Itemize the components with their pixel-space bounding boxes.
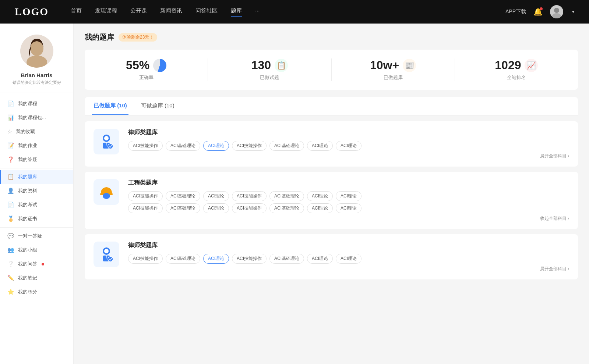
stats-row: 55% 正确率 130 📋 已做试题 10w+ 📰 — [85, 50, 578, 90]
expand-link-2[interactable]: 收起全部科目 › — [128, 215, 569, 222]
nav-qa[interactable]: 问答社区 — [195, 7, 218, 17]
tag-2-r2-4[interactable]: ACI基础理论 — [269, 203, 304, 213]
main-content: 我的题库 体验剩余23天！ 55% 正确率 130 📋 — [74, 24, 589, 364]
tag-1-2[interactable]: ACI理论 — [203, 141, 229, 151]
user-motto: 错误的决定比没有决定要好 — [7, 80, 66, 85]
expand-link-1[interactable]: 展开全部科目 › — [128, 153, 569, 159]
sidebar: Brian Harris 错误的决定比没有决定要好 📄 我的课程 📊 我的课程包… — [0, 24, 74, 364]
sidebar-item-cert[interactable]: 🏅 我的证书 — [0, 212, 73, 226]
tag-2-2[interactable]: ACI理论 — [203, 191, 229, 201]
tag-2-0[interactable]: ACI技能操作 — [128, 191, 163, 201]
qbank-body-2: 工程类题库 ACI技能操作 ACI基础理论 ACI理论 ACI技能操作 ACI基… — [128, 179, 569, 222]
tag-1-5[interactable]: ACI理论 — [307, 141, 333, 151]
nav-open-course[interactable]: 公开课 — [130, 7, 147, 17]
tab-available[interactable]: 可做题库 (10) — [140, 97, 176, 115]
qbank-body-3: 律师类题库 ACI技能操作 ACI基础理论 ACI理论 ACI技能操作 ACI基… — [128, 242, 569, 272]
tag-1-6[interactable]: ACI理论 — [336, 141, 361, 151]
qbank-icon-engineer — [94, 179, 119, 205]
tag-2-4[interactable]: ACI基础理论 — [269, 191, 304, 201]
bell-dot — [540, 7, 543, 10]
qbank-card-3: 律师类题库 ACI技能操作 ACI基础理论 ACI理论 ACI技能操作 ACI基… — [85, 234, 578, 279]
sidebar-item-questions[interactable]: ❓ 我的答疑 — [0, 153, 73, 167]
qbank-title-1: 律师类题库 — [128, 129, 569, 136]
trial-badge: 体验剩余23天！ — [119, 33, 157, 42]
sidebar-item-group[interactable]: 👥 我的小组 — [0, 243, 73, 257]
notes-icon: ✏️ — [7, 275, 14, 281]
tag-2-r2-1[interactable]: ACI基础理论 — [166, 203, 200, 213]
course-icon: 📄 — [7, 100, 14, 107]
tag-2-r2-2[interactable]: ACI理论 — [203, 203, 229, 213]
qbank-card-2: 工程类题库 ACI技能操作 ACI基础理论 ACI理论 ACI技能操作 ACI基… — [85, 172, 578, 229]
sidebar-item-notes[interactable]: ✏️ 我的笔记 — [0, 271, 73, 285]
tag-3-0[interactable]: ACI技能操作 — [128, 254, 163, 264]
tag-2-r2-3[interactable]: ACI技能操作 — [232, 203, 267, 213]
page-title: 我的题库 — [85, 32, 114, 42]
tag-3-1[interactable]: ACI基础理论 — [166, 254, 200, 264]
navbar: LOGO 首页 发现课程 公开课 新闻资讯 问答社区 题库 ··· APP下载 … — [0, 0, 589, 24]
sidebar-item-favorites[interactable]: ☆ 我的收藏 — [0, 125, 73, 139]
tag-2-1[interactable]: ACI基础理论 — [166, 191, 200, 201]
bell-icon[interactable]: 🔔 — [533, 7, 543, 16]
tab-done[interactable]: 已做题库 (10) — [92, 97, 128, 115]
svg-point-15 — [104, 249, 109, 253]
sidebar-item-course[interactable]: 📄 我的课程 — [0, 97, 73, 111]
divider-2 — [0, 227, 73, 228]
qbank-tags-3: ACI技能操作 ACI基础理论 ACI理论 ACI技能操作 ACI基础理论 AC… — [128, 254, 569, 264]
qbank-icon-lawyer-3 — [94, 242, 119, 267]
tag-3-6[interactable]: ACI理论 — [336, 254, 361, 264]
tag-2-3[interactable]: ACI技能操作 — [232, 191, 267, 201]
expand-link-3[interactable]: 展开全部科目 › — [128, 266, 569, 272]
tag-1-4[interactable]: ACI基础理论 — [269, 141, 304, 151]
logo[interactable]: LOGO — [15, 6, 49, 18]
tag-2-r2-6[interactable]: ACI理论 — [336, 203, 361, 213]
stat-done-b-label: 已做题库 — [339, 74, 447, 81]
sidebar-item-myqa[interactable]: ❔ 我的问答 — [0, 257, 73, 271]
tag-1-3[interactable]: ACI技能操作 — [232, 141, 267, 151]
svg-point-8 — [104, 136, 109, 140]
profile-icon: 👤 — [7, 188, 14, 194]
sidebar-menu: 📄 我的课程 📊 我的课程包... ☆ 我的收藏 📝 我的作业 ❓ 我的答疑 � — [0, 97, 73, 299]
user-menu-chevron[interactable]: ▾ — [572, 9, 574, 14]
sidebar-item-package[interactable]: 📊 我的课程包... — [0, 111, 73, 125]
svg-point-4 — [30, 41, 43, 56]
app-download[interactable]: APP下载 — [505, 8, 526, 15]
favorites-icon: ☆ — [7, 128, 12, 135]
sidebar-item-exam[interactable]: 📄 我的考试 — [0, 198, 73, 212]
questions-icon: ❓ — [7, 156, 14, 163]
cert-icon: 🏅 — [7, 215, 14, 222]
nav-more[interactable]: ··· — [255, 7, 260, 17]
tag-1-1[interactable]: ACI基础理论 — [166, 141, 200, 151]
stat-rank-value: 1029 — [495, 58, 521, 72]
tag-3-2[interactable]: ACI理论 — [203, 254, 229, 264]
tag-2-5[interactable]: ACI理论 — [307, 191, 333, 201]
tag-3-5[interactable]: ACI理论 — [307, 254, 333, 264]
user-avatar-nav[interactable] — [550, 5, 563, 18]
tag-3-4[interactable]: ACI基础理论 — [269, 254, 304, 264]
qbank-title-2: 工程类题库 — [128, 179, 569, 187]
myqa-icon: ❔ — [7, 261, 14, 267]
tag-2-r2-5[interactable]: ACI理论 — [307, 203, 333, 213]
stat-done-banks: 10w+ 📰 已做题库 — [332, 58, 455, 81]
nav-qbank[interactable]: 题库 — [231, 7, 242, 17]
group-icon: 👥 — [7, 247, 14, 253]
svg-point-16 — [108, 257, 113, 262]
nav-home[interactable]: 首页 — [71, 7, 82, 17]
sidebar-item-points[interactable]: ⭐ 我的积分 — [0, 285, 73, 299]
nav-news[interactable]: 新闻资讯 — [160, 7, 182, 17]
tag-1-0[interactable]: ACI技能操作 — [128, 141, 163, 151]
qa-notification-dot — [42, 263, 44, 265]
done-q-icon: 📋 — [275, 59, 288, 72]
svg-point-9 — [108, 144, 113, 149]
sidebar-item-profile[interactable]: 👤 我的资料 — [0, 184, 73, 198]
stat-accuracy: 55% 正确率 — [85, 58, 208, 81]
sidebar-item-homework[interactable]: 📝 我的作业 — [0, 139, 73, 153]
sidebar-item-qbank[interactable]: 📋 我的题库 — [0, 170, 73, 184]
sidebar-item-1on1[interactable]: 💬 一对一答疑 — [0, 229, 73, 243]
accuracy-icon — [153, 59, 166, 72]
tag-2-6[interactable]: ACI理论 — [336, 191, 361, 201]
tag-3-3[interactable]: ACI技能操作 — [232, 254, 267, 264]
tag-2-r2-0[interactable]: ACI技能操作 — [128, 203, 163, 213]
nav-discover[interactable]: 发现课程 — [95, 7, 117, 17]
user-avatar — [20, 35, 53, 68]
stat-done-b-row: 10w+ 📰 — [339, 58, 447, 72]
